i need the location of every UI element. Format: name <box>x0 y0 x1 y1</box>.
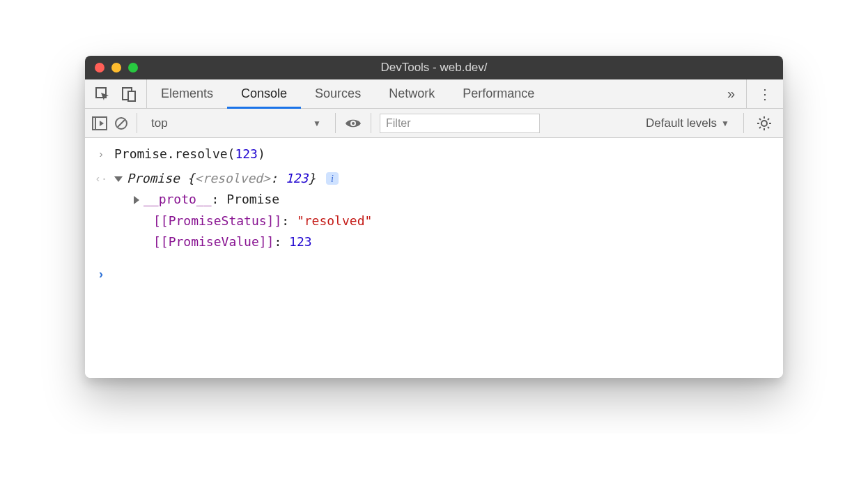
info-icon[interactable]: i <box>326 172 339 185</box>
console-input-row: › Promise.resolve(123) <box>85 142 783 167</box>
zoom-window-button[interactable] <box>128 63 138 73</box>
minimize-window-button[interactable] <box>111 63 121 73</box>
toolbar-icons <box>85 79 147 108</box>
prompt-icon: › <box>95 261 107 286</box>
titlebar: DevTools - web.dev/ <box>85 56 783 79</box>
svg-line-16 <box>759 127 761 128</box>
filter-input[interactable]: Filter <box>380 114 540 133</box>
promise-value-row: [[PromiseValue]]: 123 <box>153 231 773 253</box>
svg-line-17 <box>768 119 769 120</box>
svg-line-6 <box>118 120 125 127</box>
window-title: DevTools - web.dev/ <box>380 61 487 75</box>
console-body: › Promise.resolve(123) ‹· Promise {<reso… <box>85 138 783 378</box>
object-header[interactable]: Promise {<resolved>: 123} i <box>114 168 773 190</box>
devtools-window: DevTools - web.dev/ Elements Console Sou… <box>85 56 783 378</box>
tab-elements[interactable]: Elements <box>147 79 227 108</box>
proto-row[interactable]: __proto__: Promise <box>134 189 773 211</box>
chevron-down-icon: ▼ <box>313 119 321 128</box>
output-prompt-icon: ‹· <box>95 168 107 189</box>
svg-line-14 <box>759 119 761 120</box>
tab-performance[interactable]: Performance <box>449 79 548 108</box>
context-label: top <box>151 116 168 130</box>
svg-point-9 <box>761 121 767 126</box>
object-name: Promise <box>127 171 180 185</box>
console-output-row: ‹· Promise {<resolved>: 123} i __proto__… <box>85 167 783 254</box>
divider <box>371 113 371 133</box>
promise-status-row: [[PromiseStatus]]: "resolved" <box>153 211 773 232</box>
log-levels-label: Default levels <box>646 116 717 130</box>
console-prompt-row[interactable]: › <box>85 260 783 287</box>
console-output-content: Promise {<resolved>: 123} i __proto__: P… <box>114 168 773 253</box>
chevron-down-icon: ▼ <box>721 119 729 128</box>
traffic-lights <box>95 63 138 73</box>
divider <box>335 113 336 133</box>
clear-console-icon[interactable] <box>114 116 128 130</box>
svg-rect-4 <box>95 117 96 130</box>
toggle-sidebar-icon[interactable] <box>92 116 107 130</box>
panel-tabs: Elements Console Sources Network Perform… <box>147 79 716 108</box>
device-toolbar-icon[interactable] <box>121 86 137 102</box>
tab-console[interactable]: Console <box>227 79 301 108</box>
filter-placeholder: Filter <box>386 117 411 130</box>
input-prompt-icon: › <box>95 144 107 165</box>
more-tabs-button[interactable]: » <box>716 79 746 108</box>
svg-line-15 <box>768 127 769 128</box>
close-window-button[interactable] <box>95 63 104 73</box>
expander-right-icon[interactable] <box>134 196 139 204</box>
console-input-text[interactable]: Promise.resolve(123) <box>114 144 773 165</box>
expander-down-icon[interactable] <box>114 176 123 182</box>
tab-network[interactable]: Network <box>375 79 449 108</box>
svg-point-8 <box>352 122 355 125</box>
tab-sources[interactable]: Sources <box>301 79 375 108</box>
execution-context-select[interactable]: top ▼ <box>146 116 327 130</box>
divider <box>743 113 744 133</box>
log-levels-select[interactable]: Default levels ▼ <box>640 116 735 130</box>
settings-kebab-button[interactable]: ⋮ <box>746 79 783 108</box>
main-toolbar: Elements Console Sources Network Perform… <box>85 79 783 109</box>
console-subbar: top ▼ Filter Default levels ▼ <box>85 109 783 138</box>
inspect-element-icon[interactable] <box>95 86 110 102</box>
console-settings-icon[interactable] <box>752 116 776 131</box>
divider <box>137 113 137 133</box>
live-expression-icon[interactable] <box>344 116 362 130</box>
svg-rect-2 <box>128 91 135 101</box>
